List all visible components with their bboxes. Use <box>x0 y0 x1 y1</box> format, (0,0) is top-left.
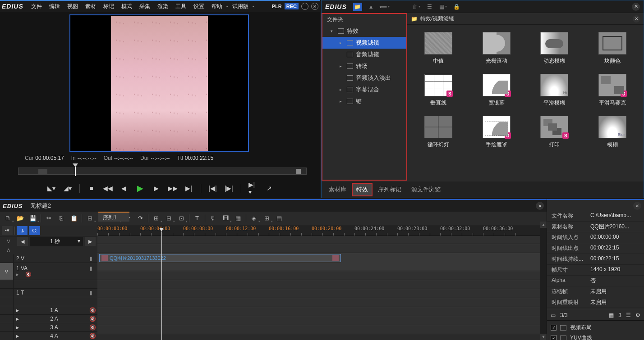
lane-3a[interactable]: ⇆ <box>97 316 547 325</box>
property-row[interactable]: 文件名称C:\Users\bamb... <box>547 211 644 222</box>
settings-icon[interactable]: ⚙ <box>635 312 640 318</box>
nav-back-icon[interactable]: ⟸ <box>380 3 389 11</box>
lane-2v[interactable]: ⇆ <box>97 244 547 253</box>
tab-effects[interactable]: 特效 <box>352 183 373 196</box>
property-row[interactable]: 冻结帧未启用 <box>547 286 644 297</box>
track-lock-icon[interactable]: ▮ <box>89 255 95 262</box>
lane-1va[interactable]: ⇆ QQ图片20160317133022 <box>97 253 547 271</box>
property-row[interactable]: Alpha否 <box>547 276 644 286</box>
proxy-button[interactable]: ⊞ <box>262 213 271 223</box>
effect-item[interactable]: S宽银幕 <box>474 74 519 107</box>
property-row[interactable]: 时间线持续...00:00:22:15 <box>547 254 644 265</box>
tc-ttl[interactable]: 00:00:22:15 <box>185 155 213 161</box>
tc-cur[interactable]: 00:00:05:17 <box>35 155 64 161</box>
export-button[interactable]: ↗ <box>265 184 274 193</box>
track-1t[interactable]: 1 T▮ <box>0 289 97 297</box>
rec-label[interactable]: REC <box>285 3 299 9</box>
checkbox[interactable]: ✓ <box>551 335 557 340</box>
tree-root-effects[interactable]: ▾ 特效 <box>322 25 406 37</box>
mute-icon[interactable]: 🔇 <box>25 272 31 277</box>
scale-prev-button[interactable]: ◀ <box>17 237 28 246</box>
tc-out[interactable]: --:--:--:-- <box>114 155 133 161</box>
menu-tools[interactable]: 工具 <box>172 2 189 11</box>
property-row[interactable]: 时间线入点00:00:00:00 <box>547 232 644 243</box>
effect-item[interactable]: Hi平滑模糊 <box>532 74 577 107</box>
props-close-button[interactable]: ✕ <box>633 202 641 210</box>
scale-selector[interactable]: 1 秒▾ <box>30 237 83 246</box>
track-lock-icon[interactable]: ▮ <box>89 290 95 296</box>
mute-icon[interactable]: 🔇 <box>89 307 95 313</box>
effect-item[interactable]: S手绘遮罩 <box>474 116 519 149</box>
tc-in[interactable]: --:--:--:-- <box>78 155 97 161</box>
checkbox[interactable]: ✓ <box>551 325 557 331</box>
slider-handle-left[interactable] <box>38 169 47 174</box>
mode-dot-button[interactable]: •▾ <box>2 226 13 235</box>
list-view-icon[interactable]: ☰ <box>425 3 434 11</box>
mode-ripple-button[interactable]: C: <box>29 226 40 235</box>
timeline-content[interactable]: 00:00:00:0000:00:04:0000:00:08:0000:00:1… <box>97 225 547 340</box>
effect-item[interactable]: S平滑马赛克 <box>590 74 635 107</box>
goto-in-button[interactable]: ▶|▾ <box>248 184 258 193</box>
property-row[interactable]: 帧尺寸1440 x 1920 <box>547 265 644 276</box>
mode-insert-button[interactable]: ⫝ <box>17 226 28 235</box>
stop-button[interactable]: ■ <box>87 184 96 193</box>
expand-icon[interactable]: ▸ <box>16 272 22 277</box>
menu-view[interactable]: 视图 <box>64 2 81 11</box>
new-sequence-button[interactable]: 🗋 <box>3 213 13 223</box>
list-icon[interactable]: ☰ <box>626 312 631 318</box>
menu-help[interactable]: 帮助 <box>208 2 225 11</box>
tab-browser[interactable]: 源文件浏览 <box>407 183 445 196</box>
cut-button[interactable]: ✂ <box>44 213 54 223</box>
timeline-close-button[interactable]: ✕ <box>536 202 544 210</box>
menu-capture[interactable]: 采集 <box>136 2 153 11</box>
effect-item[interactable]: S垂直线 <box>416 74 461 107</box>
tab-marker[interactable]: 序列标记 <box>373 183 406 196</box>
tree-title-mix[interactable]: ▸ 字幕混合 <box>322 84 406 95</box>
applied-effect-row[interactable]: ✓视频布局 <box>551 322 640 333</box>
save-button[interactable]: 💾 <box>28 213 38 223</box>
close-button[interactable]: ✕ <box>311 3 318 10</box>
tree-audio-filter[interactable]: 音频滤镜 <box>322 49 406 60</box>
toggle-2-button[interactable]: ⊟ <box>164 213 174 223</box>
track-1a[interactable]: ▸ 1 A🔇 <box>0 306 97 315</box>
effect-item[interactable]: 动态模糊 <box>532 32 577 65</box>
next-frame-button[interactable]: ▶ <box>152 184 161 193</box>
track-1va[interactable]: V 1 VA▮ ▸🔇 <box>0 263 97 280</box>
mute-icon[interactable]: 🔇 <box>89 316 95 322</box>
track-patch-v[interactable]: V <box>2 236 15 247</box>
effects-path[interactable]: 特效/视频滤镜 <box>420 15 454 23</box>
menu-mode[interactable]: 模式 <box>118 2 135 11</box>
tree-transition[interactable]: ▸ 转场 <box>322 60 406 72</box>
applied-effect-row[interactable]: ✓YUV曲线 <box>551 333 640 340</box>
page-indicator[interactable]: 3/3 <box>560 312 568 318</box>
tab-bin[interactable]: 素材库 <box>324 183 351 196</box>
lane-4a[interactable]: ⇆ <box>97 325 547 334</box>
position-slider[interactable] <box>18 168 307 175</box>
mute-icon[interactable]: 🔇 <box>89 333 95 339</box>
lock-icon[interactable]: 🔒 <box>452 3 461 11</box>
tree-audio-fade[interactable]: 音频淡入淡出 <box>322 72 406 84</box>
toggle-3-button[interactable]: ⊡ <box>176 213 186 223</box>
render-all-button[interactable]: ▦ <box>233 213 243 223</box>
grid-view-icon[interactable]: ▦ <box>439 3 448 11</box>
effect-item[interactable]: S打印 <box>532 116 577 149</box>
set-in-button[interactable]: ◣▾ <box>47 184 56 193</box>
track-3a[interactable]: ▸ 3 A🔇 <box>0 323 97 332</box>
prev-edit-button[interactable]: |◀| <box>208 184 217 193</box>
loop-button[interactable]: ▶| <box>184 184 193 193</box>
sequence-tab[interactable]: 序列1 <box>98 212 129 222</box>
effects-close-button[interactable]: ✕ <box>632 3 640 11</box>
menu-file[interactable]: 文件 <box>28 2 45 11</box>
marker-button[interactable]: ◈ <box>249 213 259 223</box>
slider-playhead-icon[interactable] <box>73 163 78 167</box>
folder-view-icon[interactable]: 📁 <box>353 3 362 11</box>
menu-marker[interactable]: 标记 <box>100 2 117 11</box>
title-button[interactable]: T <box>192 213 202 223</box>
effect-item[interactable]: 光栅滚动 <box>474 32 519 65</box>
replace-button[interactable]: ⊟ <box>85 213 95 223</box>
menu-settings[interactable]: 设置 <box>190 2 207 11</box>
scale-next-button[interactable]: ▶ <box>85 237 96 246</box>
prev-frame-button[interactable]: ◀ <box>120 184 129 193</box>
lane-1t[interactable] <box>97 280 547 289</box>
scroll-up-button[interactable]: ▲ <box>540 222 547 228</box>
